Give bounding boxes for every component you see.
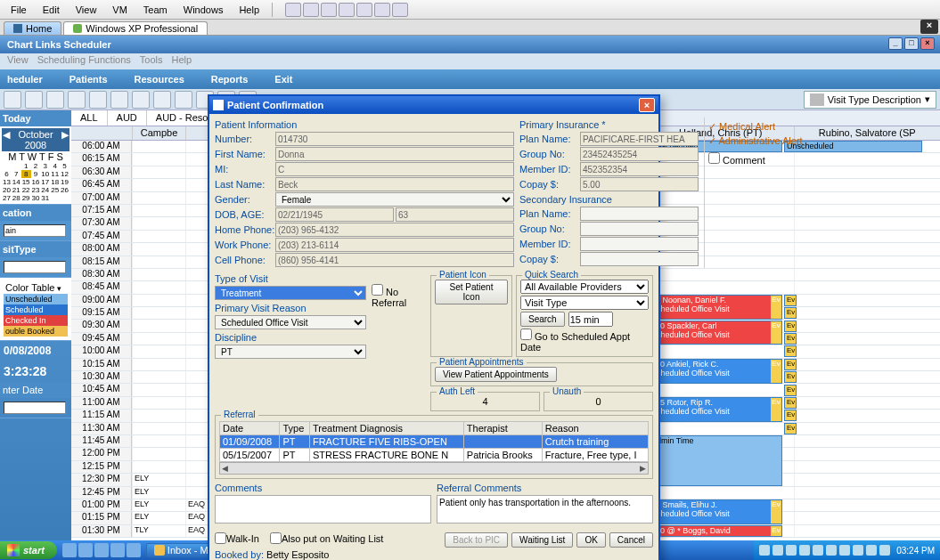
toolbar-button[interactable]: [68, 91, 86, 109]
goto-scheduled-checkbox[interactable]: [520, 329, 532, 340]
vm-toolbar-icon[interactable]: [339, 3, 355, 17]
minimize-button[interactable]: _: [888, 37, 903, 50]
tray-icon[interactable]: [879, 545, 890, 556]
tray-icon[interactable]: [839, 545, 850, 556]
visit-type-input[interactable]: [4, 261, 66, 273]
appointment-block[interactable]: $15 Rotor, Rip R.Scheduled Office VisitE…: [649, 397, 782, 422]
tray-icon[interactable]: [826, 545, 837, 556]
toolbar-button[interactable]: [46, 91, 64, 109]
appointment-block[interactable]: Admin Time: [649, 435, 782, 486]
nav-resources[interactable]: Resources: [135, 74, 184, 85]
color-table-header[interactable]: Color Table ▾: [4, 281, 68, 294]
toolbar-button[interactable]: [110, 91, 128, 109]
sec-member-field[interactable]: [580, 237, 699, 251]
cancel-button[interactable]: Cancel: [609, 532, 653, 548]
quick-launch-icon[interactable]: [110, 543, 125, 557]
sec-copay-field[interactable]: [580, 252, 699, 266]
tab-all[interactable]: ALL: [71, 110, 108, 126]
app-menu-scheduling[interactable]: Scheduling Functions: [37, 54, 131, 69]
toolbar-button[interactable]: [89, 91, 107, 109]
nav-exit[interactable]: Exit: [274, 74, 292, 85]
cal-prev[interactable]: ◀: [3, 129, 10, 150]
toolbar-button[interactable]: [4, 91, 21, 109]
tab-home[interactable]: Home: [4, 21, 61, 35]
start-button[interactable]: start: [0, 541, 57, 559]
comment-checkbox[interactable]: [708, 152, 720, 164]
app-menu-view[interactable]: View: [7, 54, 29, 69]
comments-textarea[interactable]: [215, 495, 431, 523]
set-patient-icon-button[interactable]: Set Patient Icon: [435, 280, 508, 304]
tray-icon[interactable]: [786, 545, 797, 556]
vm-close-button[interactable]: ×: [920, 20, 938, 34]
search-button[interactable]: Search: [520, 312, 565, 327]
vm-menu-view[interactable]: View: [69, 3, 104, 17]
quick-launch-icon[interactable]: [78, 543, 93, 557]
referral-table[interactable]: DateTypeTreatment DiagnosisTherapistReas…: [219, 421, 649, 462]
app-menu-tools[interactable]: Tools: [140, 54, 163, 69]
dialog-title-bar[interactable]: Patient Confirmation ×: [209, 96, 658, 114]
duration-spinner[interactable]: [568, 312, 613, 327]
vm-menu-vm[interactable]: VM: [105, 3, 135, 17]
toolbar-button[interactable]: [25, 91, 43, 109]
waiting-list-button[interactable]: Waiting List: [511, 532, 573, 548]
gender-select[interactable]: Female: [275, 192, 514, 207]
vm-menu-help[interactable]: Help: [232, 3, 266, 17]
vm-menu-team[interactable]: Team: [136, 3, 175, 17]
visit-type-description-button[interactable]: Visit Type Description ▾: [804, 91, 936, 109]
referral-scrollbar[interactable]: ◀▶: [219, 462, 649, 475]
no-referral-checkbox[interactable]: [372, 284, 383, 296]
visit-type-select[interactable]: Visit Type: [520, 296, 649, 310]
appointment-block[interactable]: $20 @ * Boggs, DavidEv: [649, 525, 782, 537]
appointment-block[interactable]: $5 Smails, Elihu J.Scheduled Office Visi…: [649, 499, 782, 524]
view-patient-appointments-button[interactable]: View Patient Appointments: [435, 367, 557, 382]
sec-group-field[interactable]: [580, 222, 699, 236]
waiting-list-checkbox[interactable]: [270, 532, 282, 544]
quick-launch-icon[interactable]: [127, 543, 141, 557]
vm-menu-windows[interactable]: Windows: [176, 3, 231, 17]
discipline-select[interactable]: PT: [215, 345, 366, 359]
nav-patients[interactable]: Patients: [69, 74, 108, 85]
vm-toolbar-icon[interactable]: [356, 3, 372, 17]
quick-launch-icon[interactable]: [62, 543, 77, 557]
tray-icon[interactable]: [772, 545, 783, 556]
appointment-block[interactable]: $10 Ankiel, Rick C.Scheduled Office Visi…: [649, 359, 782, 384]
ok-button[interactable]: OK: [576, 532, 605, 548]
enter-date-input[interactable]: [4, 402, 66, 414]
tab-aud[interactable]: AUD: [108, 110, 147, 126]
clock[interactable]: 03:24 PM: [896, 546, 935, 556]
sec-plan-field[interactable]: [580, 207, 699, 221]
walkin-checkbox[interactable]: [215, 532, 226, 544]
tray-icon[interactable]: [813, 545, 823, 556]
close-button[interactable]: ×: [920, 37, 935, 50]
vm-toolbar-icon[interactable]: [303, 3, 319, 17]
maximize-button[interactable]: □: [904, 37, 919, 50]
tab-windows-xp[interactable]: Windows XP Professional: [63, 21, 208, 35]
vm-toolbar-icon[interactable]: [392, 3, 408, 17]
toolbar-button[interactable]: [132, 91, 150, 109]
providers-select[interactable]: All Available Providers: [520, 280, 649, 294]
dialog-close-button[interactable]: ×: [639, 98, 655, 112]
appointment-block[interactable]: $5 Noonan, Daniel F.Scheduled Office Vis…: [649, 295, 782, 320]
tray-icon[interactable]: [799, 545, 810, 556]
mini-calendar[interactable]: ◀October 2008▶ M T W T F S 1234567891011…: [0, 126, 71, 205]
vm-toolbar-icon[interactable]: [285, 3, 301, 17]
referral-row[interactable]: 05/15/2007PTSTRESS FRACTURE BONE NPatric…: [220, 449, 649, 462]
tray-icon[interactable]: [853, 545, 863, 556]
toolbar-button[interactable]: [153, 91, 171, 109]
vm-toolbar-icon[interactable]: [374, 3, 390, 17]
vm-menu-file[interactable]: File: [4, 3, 34, 17]
referral-comments-textarea[interactable]: [437, 495, 653, 523]
toolbar-button[interactable]: [175, 91, 192, 109]
referral-row[interactable]: 01/09/2008PTFRACTURE FIVE RIBS-OPENCrutc…: [220, 435, 649, 449]
vm-menu-edit[interactable]: Edit: [36, 3, 67, 17]
tray-icon[interactable]: [759, 545, 770, 556]
vm-toolbar-icon[interactable]: [321, 3, 337, 17]
cal-next[interactable]: ▶: [61, 129, 69, 150]
type-of-visit-select[interactable]: Treatment: [215, 286, 366, 300]
nav-reports[interactable]: Reports: [211, 74, 249, 85]
quick-launch-icon[interactable]: [94, 543, 109, 557]
appointment-block[interactable]: $20 Spackler, CarlScheduled Office Visit…: [649, 321, 782, 345]
nav-scheduler[interactable]: heduler: [7, 74, 43, 85]
tray-icon[interactable]: [866, 545, 877, 556]
app-menu-help[interactable]: Help: [172, 54, 192, 69]
